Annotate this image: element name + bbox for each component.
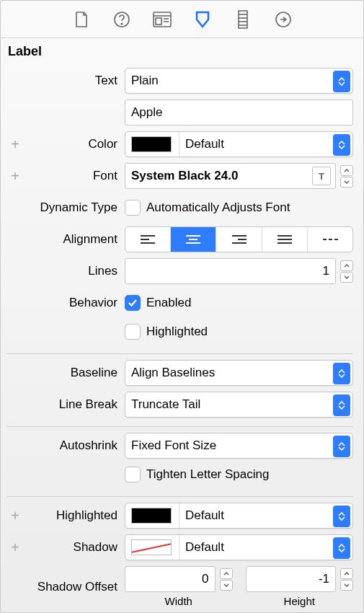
color-value: Default [185, 137, 352, 151]
stepper-up-icon[interactable] [220, 568, 233, 579]
highlighted-behavior-label: Highlighted [146, 325, 208, 339]
autoshrink-label: Autoshrink [24, 438, 125, 453]
font-value: System Black 24.0 [131, 169, 312, 183]
text-content-value: Apple [131, 105, 162, 120]
shadow-color-popup[interactable]: Default [125, 534, 353, 560]
highlighted-label: Highlighted [24, 508, 125, 523]
baseline-popup[interactable]: Align Baselines [125, 360, 353, 386]
dynamic-type-checkbox[interactable] [125, 200, 141, 216]
line-break-popup[interactable]: Truncate Tail [125, 392, 353, 418]
enabled-checkbox[interactable] [125, 295, 141, 311]
chevron-updown-icon [333, 71, 350, 92]
chevron-updown-icon [333, 436, 350, 457]
chevron-updown-icon [333, 363, 350, 384]
dynamic-type-label: Dynamic Type [24, 200, 125, 215]
divider [6, 426, 353, 427]
offset-height-label: Height [284, 595, 315, 607]
align-left-button[interactable] [125, 227, 171, 252]
alignment-label: Alignment [24, 232, 125, 247]
autoshrink-value: Fixed Font Size [131, 438, 347, 453]
shadow-width-value: 0 [202, 572, 208, 586]
tighten-spacing-label: Tighten Letter Spacing [146, 467, 269, 482]
align-justify-button[interactable] [262, 227, 308, 252]
align-center-button[interactable] [171, 227, 216, 252]
color-swatch [131, 136, 172, 152]
highlighted-behavior-checkbox[interactable] [125, 324, 141, 340]
font-picker-icon[interactable]: T [312, 167, 331, 185]
chevron-updown-icon [333, 394, 350, 416]
lines-stepper[interactable] [340, 260, 353, 283]
text-content-field[interactable]: Apple [125, 100, 353, 125]
shadow-label: Shadow [24, 540, 125, 555]
chevron-updown-icon [333, 537, 350, 559]
svg-rect-4 [156, 18, 161, 25]
divider [6, 496, 353, 497]
divider [6, 353, 353, 354]
stepper-up-icon[interactable] [340, 260, 353, 271]
offset-width-label: Width [165, 595, 192, 607]
connections-inspector-icon[interactable] [274, 10, 293, 29]
shadow-height-value: -1 [319, 572, 329, 586]
attributes-inspector-icon[interactable] [193, 10, 212, 29]
line-break-label: Line Break [24, 397, 125, 412]
stepper-down-icon[interactable] [340, 272, 353, 283]
highlighted-swatch [131, 508, 172, 524]
identity-inspector-icon[interactable] [153, 10, 172, 29]
color-label: Color [24, 137, 125, 151]
text-mode-popup[interactable]: Plain [125, 68, 353, 94]
inspector-toolbar [1, 1, 363, 38]
content-area: Text Plain Apple [1, 68, 363, 607]
svg-point-1 [121, 23, 123, 25]
baseline-value: Align Baselines [131, 366, 347, 380]
size-inspector-icon[interactable] [234, 10, 252, 29]
shadow-offset-label: Shadow Offset [24, 580, 125, 594]
chevron-updown-icon [333, 506, 350, 527]
alignment-control [125, 226, 353, 252]
font-stepper[interactable] [340, 165, 353, 188]
stepper-down-icon[interactable] [220, 580, 233, 591]
stepper-down-icon[interactable] [340, 580, 353, 591]
baseline-label: Baseline [24, 366, 125, 380]
enabled-label: Enabled [146, 296, 191, 310]
add-shadow-button[interactable]: + [6, 540, 24, 555]
text-label: Text [24, 74, 125, 88]
color-popup[interactable]: Default [125, 131, 353, 157]
add-font-button[interactable]: + [6, 169, 24, 183]
tighten-spacing-checkbox[interactable] [125, 467, 141, 482]
font-label: Font [24, 169, 125, 183]
behavior-label: Behavior [24, 296, 125, 310]
highlighted-color-value: Default [185, 508, 352, 523]
chevron-updown-icon [333, 134, 350, 156]
shadow-color-value: Default [185, 540, 352, 555]
align-natural-button[interactable] [308, 227, 352, 252]
stepper-up-icon[interactable] [340, 165, 353, 176]
shadow-height-stepper[interactable] [340, 568, 353, 591]
lines-value: 1 [323, 264, 329, 278]
help-inspector-icon[interactable] [112, 10, 131, 29]
section-header: Label [1, 38, 363, 62]
font-field[interactable]: System Black 24.0 T [125, 163, 336, 189]
shadow-height-field[interactable]: -1 [246, 566, 337, 592]
dynamic-type-checkbox-label: Automatically Adjusts Font [146, 200, 290, 215]
highlighted-color-popup[interactable]: Default [125, 503, 353, 529]
add-color-button[interactable]: + [6, 137, 24, 151]
shadow-swatch [131, 539, 172, 555]
shadow-width-stepper[interactable] [220, 568, 233, 591]
lines-label: Lines [24, 264, 125, 278]
text-mode-value: Plain [131, 74, 347, 88]
inspector-panel: Label Text Plain Apple [0, 0, 364, 613]
lines-field[interactable]: 1 [125, 258, 336, 284]
shadow-width-field[interactable]: 0 [125, 566, 216, 592]
align-right-button[interactable] [216, 227, 262, 252]
stepper-up-icon[interactable] [340, 568, 353, 579]
file-inspector-icon[interactable] [72, 10, 91, 29]
stepper-down-icon[interactable] [340, 177, 353, 188]
autoshrink-popup[interactable]: Fixed Font Size [125, 433, 353, 459]
add-highlighted-button[interactable]: + [6, 508, 24, 523]
line-break-value: Truncate Tail [131, 397, 347, 412]
